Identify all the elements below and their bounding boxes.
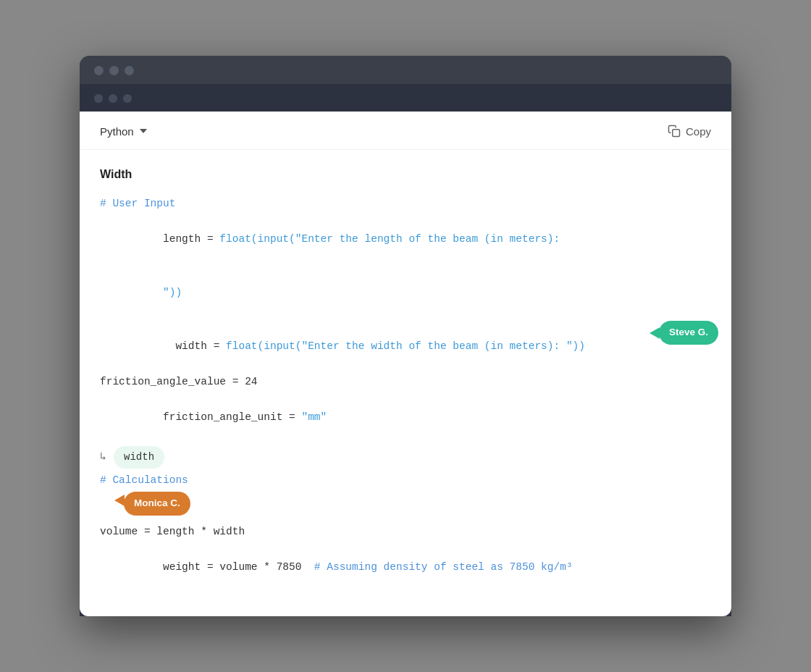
window-dot-3 (125, 66, 134, 75)
steve-bubble: Steve G. (659, 321, 718, 345)
copy-button[interactable]: Copy (668, 125, 711, 138)
section-title: Width (100, 164, 711, 184)
code-line-width-wrap: width = float(input("Enter the width of … (100, 319, 711, 373)
inner-dot-2 (109, 94, 117, 103)
code-line-friction-value: friction_angle_value = 24 (100, 373, 711, 391)
calculations-wrap: # Calculations Monica C. (100, 471, 711, 497)
svg-rect-0 (673, 130, 680, 137)
comment-user-input: # User Input (100, 195, 711, 213)
monica-bubble: Monica C. (124, 492, 190, 516)
monica-arrow-icon (114, 495, 125, 506)
return-arrow-icon: ↳ (100, 448, 106, 467)
code-line-length2: ")) (100, 266, 711, 319)
code-panel: Python Copy Width # User Input (80, 112, 731, 616)
annotation-monica: Monica C. (114, 492, 190, 516)
window-dot-2 (109, 66, 119, 75)
titlebar-top (80, 56, 731, 84)
annotation-steve: Steve G. (650, 321, 718, 345)
browser-window: Python Copy Width # User Input (80, 56, 731, 616)
inner-dot-1 (94, 94, 103, 103)
copy-icon (668, 125, 681, 138)
width-tag-line: ↳ width (100, 446, 711, 469)
language-label: Python (100, 125, 134, 138)
code-toolbar: Python Copy (80, 112, 731, 150)
code-body: Width # User Input length = float(input(… (80, 150, 731, 616)
width-tag: width (114, 446, 164, 469)
steve-arrow-icon (650, 327, 660, 339)
titlebar-inner (80, 84, 731, 112)
chevron-down-icon (140, 129, 147, 133)
inner-dot-3 (123, 94, 132, 103)
code-line-length: length = float(input("Enter the length o… (100, 212, 711, 266)
copy-label: Copy (686, 125, 711, 138)
code-line-volume: volume = length * width (100, 523, 711, 541)
comment-calculations: # Calculations (100, 471, 711, 490)
language-selector[interactable]: Python (100, 125, 147, 138)
browser-inner: Python Copy Width # User Input (80, 84, 731, 616)
code-line-weight: weight = volume * 7850 # Assuming densit… (100, 541, 711, 595)
code-line-width: width = float(input("Enter the width of … (100, 319, 711, 373)
code-line-friction-unit: friction_angle_unit = "mm" (100, 391, 711, 445)
window-dot-1 (94, 66, 104, 75)
